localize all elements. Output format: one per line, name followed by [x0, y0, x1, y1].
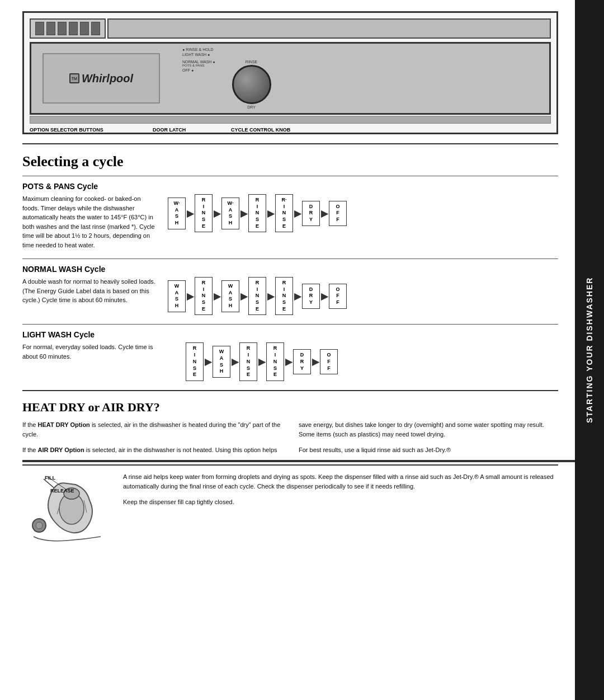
nw-step-6: DRY: [302, 284, 320, 309]
heat-dry-para1-pre: If the: [22, 421, 38, 428]
pots-pans-title: POTS & PANS Cycle: [22, 182, 558, 191]
nw-arrow-6: ▶: [321, 291, 328, 302]
side-tab: STARTING YOUR DISHWASHER: [575, 0, 604, 700]
lw-step-5: DRY: [293, 349, 311, 374]
pp-arrow-5: ▶: [294, 208, 301, 219]
pp-step-7: OFF: [329, 201, 347, 226]
pp-step-1: W·ASH: [168, 198, 186, 229]
lw-step-1: RINSE: [186, 342, 204, 380]
pp-arrow-6: ▶: [321, 208, 328, 219]
heat-dry-option-bold: HEAT DRY Option: [38, 421, 90, 428]
pp-step-5: R·INSE: [275, 194, 293, 232]
selecting-cycle-section: Selecting a cycle POTS & PANS Cycle Maxi…: [22, 153, 558, 381]
nw-step-4: RINSE: [248, 277, 266, 315]
normal-wash-diagram: WASH ▶ RINSE ▶ WASH ▶ RINSE ▶ RINSE ▶ DR…: [168, 277, 558, 315]
pp-arrow-4: ▶: [267, 208, 274, 219]
light-wash-title: LIGHT WASH Cycle: [22, 330, 558, 339]
lw-arrow-3: ▶: [258, 356, 265, 367]
air-dry-option-bold: AIR DRY Option: [38, 447, 84, 453]
nw-arrow-1: ▶: [187, 291, 194, 302]
nw-step-2: RINSE: [195, 277, 213, 315]
heat-dry-right: save energy, but dishes take longer to d…: [299, 420, 558, 455]
cycle-sub-divider: [22, 176, 558, 176]
nw-step-7: OFF: [329, 284, 347, 309]
pp-step-2: RINSE: [195, 194, 213, 232]
option-selector-label: OPTION SELECTOR BUTTONS: [30, 127, 141, 133]
dispenser-svg: [22, 472, 112, 545]
light-wash-text: For normal, everyday soiled loads. Cycle…: [22, 342, 157, 361]
lw-step-3: RINSE: [239, 342, 257, 380]
normal-wash-section: NORMAL WASH Cycle A double wash for norm…: [22, 265, 558, 315]
lw-arrow-2: ▶: [232, 356, 238, 367]
selecting-cycle-title: Selecting a cycle: [22, 153, 558, 170]
side-tab-text: STARTING YOUR DISHWASHER: [585, 277, 594, 423]
heat-dry-left: If the HEAT DRY Option is selected, air …: [22, 420, 282, 455]
normal-wash-title: NORMAL WASH Cycle: [22, 265, 558, 274]
lw-step-6: OFF: [320, 349, 338, 374]
cycle-control-label: CYCLE CONTROL KNOB: [231, 127, 290, 133]
pots-pans-diagram: W·ASH ▶ RINSE ▶ W·ASH ▶ RINSE ▶ R·INSE ▶…: [168, 194, 558, 232]
pp-step-3: W·ASH: [221, 198, 239, 229]
nw-arrow-3: ▶: [240, 291, 247, 302]
rinse-aid-para1: A rinse aid helps keep water from formin…: [123, 472, 558, 492]
rinse-aid-diagram: FILL RELEASE: [22, 472, 112, 545]
heat-dry-divider: [22, 390, 558, 391]
svg-point-8: [36, 522, 43, 529]
lw-arrow-5: ▶: [312, 356, 319, 367]
main-divider: [22, 143, 558, 144]
door-latch-label: DOOR LATCH: [141, 127, 231, 133]
nw-step-3: WASH: [221, 280, 239, 312]
air-dry-para2-post: is selected, air in the dishwasher is no…: [84, 447, 277, 453]
rinse-aid-para2: Keep the dispenser fill cap tightly clos…: [123, 497, 558, 508]
light-wash-label: LIGHT WASH ●: [182, 53, 210, 57]
pots-pans-section: POTS & PANS Cycle Maximum cleaning for c…: [22, 182, 558, 250]
heat-dry-content: If the HEAT DRY Option is selected, air …: [22, 420, 558, 455]
dishwasher-diagram: TM Whirlpool ● RINSE & HOLD LIGHT WASH ●…: [22, 11, 558, 134]
nw-arrow-5: ▶: [294, 291, 301, 302]
pp-step-4: RINSE: [248, 194, 266, 232]
lw-arrow-4: ▶: [285, 356, 292, 367]
rinse-aid-text: A rinse aid helps keep water from formin…: [123, 472, 558, 545]
nw-arrow-4: ▶: [267, 291, 274, 302]
pots-pans-text: Maximum cleaning for cooked- or baked-on…: [22, 194, 157, 250]
lw-arrow-1: ▶: [205, 356, 211, 367]
rinse-hold-label: RINSE & HOLD: [186, 48, 213, 51]
light-divider: [22, 324, 558, 325]
logo-text: Whirlpool: [82, 72, 133, 85]
heat-dry-right-text2: For best results, use a liquid rinse aid…: [299, 445, 558, 455]
heat-dry-right-text1: save energy, but dishes take longer to d…: [299, 420, 558, 440]
lw-step-4: RINSE: [266, 342, 284, 380]
light-wash-section: LIGHT WASH Cycle For normal, everyday so…: [22, 330, 558, 380]
pp-arrow-1: ▶: [187, 208, 194, 219]
nw-step-5: RINSE: [275, 277, 293, 315]
pp-step-6: DRY: [302, 201, 320, 226]
light-wash-diagram: RINSE ▶ WASH ▶ RINSE ▶ RINSE ▶ DRY ▶ OFF: [168, 342, 558, 380]
heat-dry-section: HEAT DRY or AIR DRY? If the HEAT DRY Opt…: [22, 400, 558, 455]
pp-arrow-3: ▶: [240, 208, 247, 219]
lw-step-2: WASH: [213, 346, 230, 378]
nw-step-1: WASH: [168, 280, 186, 312]
normal-divider: [22, 259, 558, 259]
nw-arrow-2: ▶: [214, 291, 220, 302]
release-label: RELEASE: [50, 488, 74, 494]
pp-arrow-2: ▶: [214, 208, 220, 219]
rinse-aid-section: FILL RELEASE: [22, 464, 558, 545]
air-dry-para2-pre: If the: [22, 447, 38, 453]
fill-label: FILL: [45, 475, 55, 481]
normal-wash-text: A double wash for normal to heavily soil…: [22, 277, 157, 305]
heat-dry-title: HEAT DRY or AIR DRY?: [22, 400, 558, 415]
